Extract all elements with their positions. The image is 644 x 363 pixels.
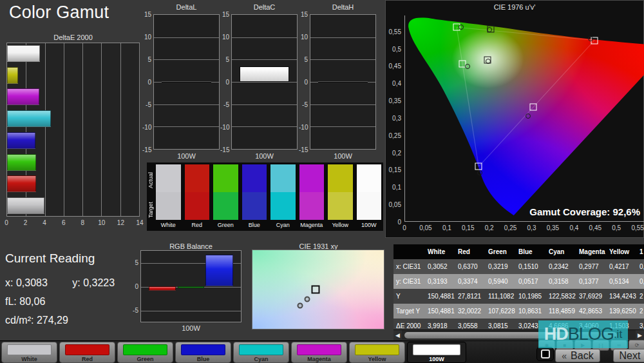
patch-button-green[interactable]: Green — [117, 342, 173, 363]
table-cell: 2 — [638, 308, 644, 315]
y-tick-label: -10 — [142, 124, 151, 131]
cie1976-y-axis: 00,050,10,150,20,250,30,350,40,450,50,55 — [386, 15, 402, 222]
patch-label: Blue — [176, 356, 231, 362]
target-swatch — [328, 192, 353, 220]
patch-button-white[interactable]: White — [1, 342, 57, 363]
fl-label: fL: — [5, 296, 17, 307]
hdblog-watermark: HDBLOG.it — [538, 320, 628, 348]
y-tick-label: 0,25 — [389, 132, 401, 139]
scroll-left-arrow[interactable]: ◀ — [393, 330, 402, 340]
current-reading: Current Reading x: 0,3083 y: 0,3223 fL: … — [5, 251, 140, 333]
next-button[interactable]: Next — [613, 349, 644, 362]
patch-swatch — [239, 344, 283, 355]
x-tick-label: 0,55 — [631, 224, 643, 231]
x-tick-label: 0,2 — [485, 224, 494, 231]
patch-button-red[interactable]: Red — [59, 342, 115, 363]
y-tick-label: 0 — [142, 79, 151, 86]
app-window: Color Gamut DeltaE 2000 02468101214 Delt… — [0, 0, 644, 363]
y-tick-label: 0,5 — [392, 45, 401, 52]
target-marker-magenta — [529, 103, 536, 110]
column-header: White — [426, 248, 456, 255]
page-title: Color Gamut — [9, 3, 109, 23]
gridline — [154, 37, 219, 38]
row-label: x: CIE31 — [393, 263, 426, 270]
target-swatch — [357, 192, 382, 220]
measured-marker-magenta — [526, 113, 531, 119]
xy-target-marker — [311, 286, 319, 294]
target-swatch — [156, 192, 181, 220]
column-header: Magenta — [577, 248, 607, 255]
back-chevrons-icon: « — [562, 351, 567, 361]
gamut-coverage: Gamut Coverage: 92,6% — [529, 206, 640, 217]
patch-label: Cyan — [234, 356, 289, 362]
column-header: Blue — [516, 248, 547, 255]
pattern-window-button[interactable] — [536, 347, 554, 361]
cdm2-value: 274,29 — [37, 315, 68, 326]
patch-button-yellow[interactable]: Yellow — [349, 342, 405, 363]
delta-chart-deltal: DeltaL151050-5-10-15100W — [142, 3, 221, 164]
table-row: x: CIE310,30520,63700,32190,15100,23420,… — [393, 259, 644, 274]
y-value: 0,3223 — [83, 277, 115, 288]
rgb-balance-chart: RGB Balance 100W 50-5 — [130, 242, 246, 333]
patch-label: 100W — [408, 356, 466, 362]
actual-swatch — [299, 164, 325, 192]
y-tick-label: 0,2 — [392, 149, 401, 156]
patch-button-cyan[interactable]: Cyan — [233, 342, 289, 363]
rgb-bar-blue — [205, 255, 233, 286]
column-header: Yellow — [607, 248, 638, 255]
actual-swatch — [213, 164, 238, 192]
next-button-label: Next — [620, 350, 641, 361]
scroll-right-arrow[interactable]: ▶ — [636, 330, 644, 340]
rgb-bar-green — [178, 286, 205, 288]
back-button-label: Back — [571, 350, 594, 361]
x-tick-label: 4 — [43, 219, 46, 226]
patch-swatch — [65, 344, 109, 355]
cie1931-panel: CIE 1931 xy — [252, 242, 385, 333]
table-cell: 0,1510 — [516, 263, 547, 270]
cdm2-reading: cd/m²: 274,29 — [5, 315, 140, 326]
cie1976-title: CIE 1976 u'v' — [386, 3, 643, 11]
back-button[interactable]: «Back — [555, 349, 600, 362]
table-cell: 3, — [638, 322, 644, 329]
watermark-tld: .it — [614, 328, 622, 341]
y-tick-label: 0,05 — [389, 201, 401, 208]
xy-reading: x: 0,3083 y: 0,3223 — [5, 277, 140, 289]
bar-row — [7, 67, 139, 84]
swatch-label: Magenta — [299, 220, 325, 228]
gridline — [232, 82, 297, 83]
deltae-bar-magenta — [7, 88, 39, 105]
table-row: Y150,488127,8121111,108210,1985122,58323… — [393, 289, 644, 304]
table-cell: 122,5832 — [547, 293, 577, 300]
chart-title: DeltaC — [231, 3, 298, 11]
deltae-bar-blue — [7, 132, 35, 149]
chart-title: DeltaL — [153, 3, 220, 11]
gridline — [310, 104, 375, 105]
y-tick-label: 5 — [130, 259, 138, 266]
table-cell: 32,0022 — [456, 308, 486, 315]
patch-button-100w[interactable]: 100W — [407, 342, 466, 363]
table-header-row: WhiteRedGreenBlueCyanMagentaYellow1 — [393, 244, 644, 259]
patch-label: Green — [118, 356, 173, 362]
table-cell: 0,1377 — [577, 278, 607, 285]
y-tick-label: 0,55 — [389, 28, 401, 35]
column-header: Cyan — [547, 248, 577, 255]
column-header: 1 — [638, 248, 644, 255]
swatch-column-red: Red — [185, 164, 210, 230]
table-cell: 0,3374 — [456, 278, 486, 285]
patch-button-blue[interactable]: Blue — [175, 342, 231, 363]
actual-swatch — [156, 164, 181, 192]
table-cell: 0,3219 — [486, 263, 516, 270]
y-tick-label: 5 — [299, 56, 308, 63]
x-tick-label: 0,45 — [589, 224, 601, 231]
swatch-column-magenta: Magenta — [299, 164, 325, 230]
bar-row — [7, 88, 139, 105]
deltae-bar-yellow — [7, 67, 18, 84]
patch-label: Yellow — [350, 356, 404, 362]
patch-button-magenta[interactable]: Magenta — [291, 342, 347, 363]
x-tick-label: 12 — [117, 219, 124, 226]
y-tick-label: -5 — [220, 101, 229, 108]
y-tick-label: 0,45 — [389, 63, 401, 70]
table-cell: 139,6250 — [607, 308, 638, 315]
measured-marker-yellow — [487, 27, 492, 32]
cie1976-x-axis: 00,050,10,150,20,250,30,350,40,450,50,55 — [404, 224, 644, 233]
